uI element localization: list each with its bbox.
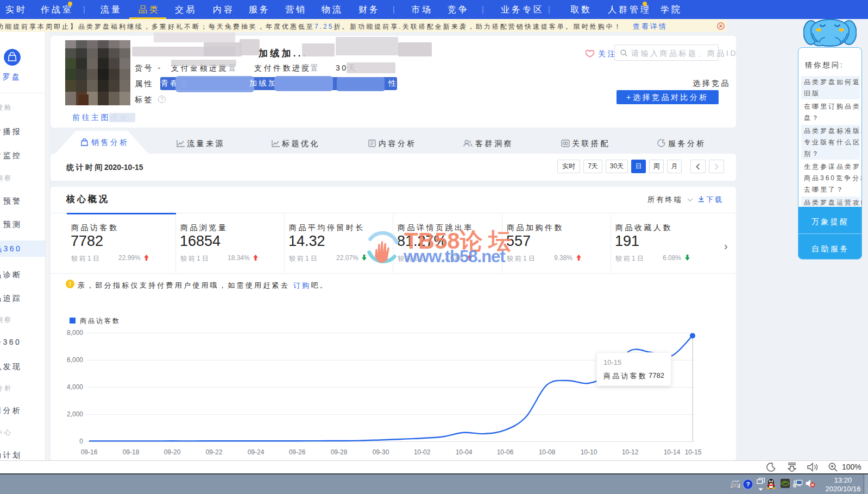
svg-text:?: ? <box>746 480 750 487</box>
